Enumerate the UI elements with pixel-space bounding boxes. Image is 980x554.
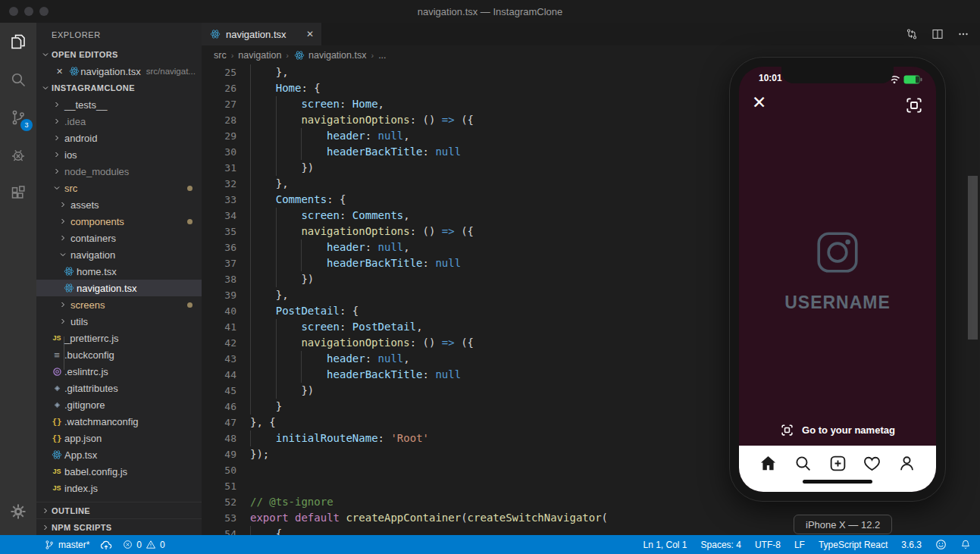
tree-item-navigation[interactable]: navigation	[36, 246, 202, 263]
close-window-button[interactable]	[9, 7, 18, 16]
explorer-sidebar: EXPLORER OPEN EDITORS ✕ navigation.tsx s…	[36, 23, 202, 535]
tree-item--gitignore[interactable]: .gitignore	[36, 396, 202, 413]
tree-item-index-js[interactable]: JSindex.js	[36, 480, 202, 496]
activity-explorer[interactable]	[0, 23, 36, 61]
breadcrumb-item[interactable]: src	[214, 50, 227, 61]
notifications-bell-icon[interactable]	[960, 539, 971, 550]
fullscreen-scan-icon[interactable]	[904, 95, 924, 118]
tree-item--eslintrc-js[interactable]: .eslintrc.js	[36, 363, 202, 380]
activity-heart-tab-icon[interactable]	[863, 454, 881, 473]
status-item[interactable]: LF	[794, 540, 805, 550]
line-number: 34	[202, 208, 236, 224]
chevron-down-icon	[39, 82, 52, 94]
tree-item-label: .gitignore	[64, 399, 105, 411]
new-post-tab-icon[interactable]	[828, 454, 847, 473]
activity-debug[interactable]	[0, 136, 36, 174]
line-number: 35	[202, 224, 236, 239]
close-editor-icon[interactable]: ✕	[56, 67, 63, 77]
tree-item--gitattributes[interactable]: .gitattributes	[36, 380, 202, 396]
code-text: header: null,	[327, 239, 410, 255]
status-item[interactable]: TypeScript React	[819, 540, 888, 550]
config-file-icon: ≡	[51, 349, 63, 361]
activity-extensions[interactable]	[0, 174, 36, 212]
indent-guide	[250, 64, 276, 80]
eslint-file-icon	[51, 365, 63, 377]
tree-item--buckconfig[interactable]: ≡.buckconfig	[36, 346, 202, 363]
status-item[interactable]: 3.6.3	[901, 540, 922, 550]
window-title: navigation.tsx — InstagramClone	[418, 6, 562, 17]
indent-guide	[301, 351, 327, 367]
tree-item-label: babel.config.js	[64, 466, 127, 477]
phone-clock: 10:01	[759, 73, 782, 83]
nametag-scan-icon	[780, 423, 794, 437]
feedback-smiley-icon[interactable]	[935, 539, 947, 550]
indent-guide	[250, 383, 276, 399]
tree-item-screens[interactable]: screens	[36, 296, 202, 313]
tree-item-utils[interactable]: utils	[36, 313, 202, 330]
json-file-icon: {}	[51, 432, 63, 444]
chevron-right-icon	[39, 505, 52, 517]
home-indicator[interactable]	[803, 480, 872, 484]
status-item[interactable]: Ln 1, Col 1	[643, 540, 687, 550]
breadcrumb-item[interactable]: navigation	[238, 50, 281, 61]
tree-item--prettierrc-js[interactable]: JS_prettierrc.js	[36, 330, 202, 346]
git-branch-indicator[interactable]: master*	[44, 540, 89, 550]
more-actions-icon[interactable]	[957, 28, 969, 40]
tree-item-src[interactable]: src	[36, 180, 202, 196]
npm-scripts-panel-header[interactable]: NPM SCRIPTS	[36, 518, 202, 535]
tree-item-node-modules[interactable]: node_modules	[36, 163, 202, 180]
indent-guide	[250, 208, 276, 224]
tree-item-navigation-tsx[interactable]: navigation.tsx	[36, 280, 202, 296]
publish-changes-button[interactable]	[100, 540, 112, 550]
indent-guide	[250, 287, 276, 303]
tab-navigation-tsx[interactable]: navigation.tsx ✕	[202, 23, 321, 45]
status-item[interactable]: Spaces: 4	[701, 540, 741, 550]
tree-item--idea[interactable]: .idea	[36, 113, 202, 130]
open-changes-icon[interactable]	[906, 28, 918, 40]
indent-guide	[276, 351, 302, 367]
maximize-window-button[interactable]	[39, 7, 49, 16]
activity-search[interactable]	[0, 61, 36, 99]
editor-scrollbar[interactable]	[968, 176, 978, 340]
tree-item-home-tsx[interactable]: home.tsx	[36, 263, 202, 280]
minimize-window-button[interactable]	[24, 7, 33, 16]
chevron-right-icon	[57, 315, 69, 327]
split-editor-icon[interactable]	[931, 28, 944, 40]
profile-tab-icon[interactable]	[897, 454, 916, 473]
activity-source-control[interactable]: 3	[0, 99, 36, 136]
breadcrumb-item[interactable]: ...	[378, 50, 386, 61]
battery-icon	[903, 75, 922, 84]
line-number: 53	[202, 510, 236, 526]
indent-guide	[301, 128, 327, 144]
modified-badge	[187, 302, 193, 308]
tree-item-app-tsx[interactable]: App.tsx	[36, 446, 202, 463]
instagram-icon	[816, 230, 859, 274]
open-editors-header[interactable]: OPEN EDITORS	[36, 46, 202, 63]
go-to-nametag-button[interactable]: Go to your nametag	[739, 423, 936, 437]
tree-item-components[interactable]: components	[36, 213, 202, 230]
javascript-file-icon: JS	[51, 332, 63, 344]
home-tab-icon[interactable]	[759, 454, 778, 473]
close-icon[interactable]: ✕	[752, 92, 766, 113]
tree-item--watchmanconfig[interactable]: {}.watchmanconfig	[36, 413, 202, 430]
activity-settings[interactable]	[0, 493, 36, 531]
open-editor-item[interactable]: ✕ navigation.tsx src/navigat...	[36, 63, 202, 80]
line-number: 49	[202, 446, 236, 462]
tree-item--tests-[interactable]: __tests__	[36, 96, 202, 113]
tree-item-containers[interactable]: containers	[36, 230, 202, 246]
status-item[interactable]: UTF-8	[755, 540, 781, 550]
project-section-header[interactable]: INSTAGRAMCLONE	[36, 80, 202, 96]
tree-item-android[interactable]: android	[36, 130, 202, 146]
breadcrumb-item[interactable]: navigation.tsx	[293, 49, 366, 61]
search-tab-icon[interactable]	[794, 454, 812, 473]
react-file-icon	[209, 28, 221, 40]
tree-item-babel-config-js[interactable]: JSbabel.config.js	[36, 463, 202, 480]
tree-item-assets[interactable]: assets	[36, 196, 202, 213]
outline-panel-header[interactable]: OUTLINE	[36, 502, 202, 518]
code-text: screen: Home,	[301, 96, 384, 112]
problems-indicator[interactable]: 0 0	[123, 540, 164, 550]
tree-item-app-json[interactable]: {}app.json	[36, 430, 202, 446]
code-text: header: null,	[327, 128, 410, 144]
close-tab-icon[interactable]: ✕	[306, 29, 314, 39]
tree-item-ios[interactable]: ios	[36, 146, 202, 163]
